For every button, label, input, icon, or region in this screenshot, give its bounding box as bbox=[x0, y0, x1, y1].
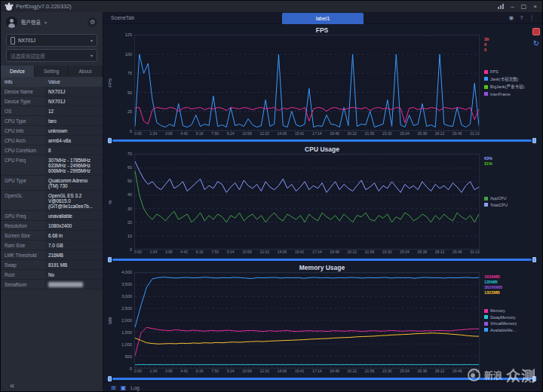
legend-item[interactable]: AppCPU bbox=[484, 196, 538, 201]
x-tick: 4:42 bbox=[180, 250, 188, 256]
more-icon[interactable]: ⋮ bbox=[529, 14, 535, 21]
value-cell: 1080x2400 bbox=[44, 221, 103, 231]
y-tick: 3,000 bbox=[121, 294, 132, 299]
avatar-icon[interactable] bbox=[6, 17, 17, 28]
legend-item[interactable]: AvailableMe... bbox=[484, 328, 538, 332]
x-tick: 3:08 bbox=[165, 369, 173, 375]
network-signal-icon[interactable] bbox=[498, 4, 504, 9]
scrollbar-track[interactable] bbox=[112, 259, 532, 261]
legend-item[interactable]: BigJank(严重卡顿) bbox=[484, 84, 538, 90]
y-tick: 50 bbox=[127, 90, 132, 95]
collapse-sidebar-button[interactable]: « bbox=[10, 381, 14, 390]
info-cell: Root bbox=[1, 270, 44, 280]
value-cell: Qualcomm Adreno (TM) 730 bbox=[44, 176, 103, 191]
grid-icon[interactable]: ⊞ bbox=[111, 384, 116, 391]
minimize-button[interactable]: – bbox=[511, 4, 514, 10]
table-row: Device NameNX701J bbox=[1, 87, 103, 96]
value-cell: 8191 MB bbox=[44, 260, 103, 270]
legend-label: SwapMemory bbox=[490, 315, 516, 320]
value-cell: taro bbox=[44, 116, 103, 126]
value-cell: 307MHz - 1785MHz 633MHz - 2496MHz 606MHz… bbox=[44, 155, 103, 176]
chart-plot-svg bbox=[135, 273, 479, 368]
legend-item[interactable]: InterFrame bbox=[484, 92, 538, 96]
device-select[interactable]: NX701J ▾ bbox=[6, 34, 97, 47]
legend-item[interactable]: FPS bbox=[484, 69, 538, 74]
value-cell: NX701J bbox=[44, 87, 103, 96]
legend-item[interactable]: TotalCPU bbox=[484, 203, 538, 207]
log-label[interactable]: Log bbox=[130, 385, 140, 390]
y-tick: 3,500 bbox=[121, 282, 132, 286]
x-tick: 14:06 bbox=[278, 250, 287, 256]
chart-plot[interactable] bbox=[134, 154, 480, 250]
record-stop-button[interactable] bbox=[532, 28, 540, 35]
phone-icon bbox=[11, 37, 15, 44]
chart-scrollbar[interactable] bbox=[108, 256, 536, 262]
chart-scrollbar[interactable] bbox=[108, 138, 536, 144]
device-info-table: Info Value Device NameNX701JDevice TypeN… bbox=[1, 77, 103, 289]
scrollbar-right-handle[interactable] bbox=[532, 257, 536, 262]
target-icon[interactable]: ◉ bbox=[509, 14, 514, 21]
tab-device[interactable]: Device bbox=[1, 66, 35, 77]
maximize-button[interactable]: ▢ bbox=[521, 4, 527, 10]
tab-setting[interactable]: Setting bbox=[35, 66, 69, 77]
value-cell: OpenGL ES 3.2 V@0615.0 (GIT@9e1ca0ee7b..… bbox=[44, 191, 103, 211]
scene-tab-label1[interactable]: label1 bbox=[282, 13, 364, 24]
chart-plot[interactable] bbox=[134, 272, 480, 369]
x-tick: 25:04 bbox=[400, 369, 410, 375]
chevron-down-icon: ▾ bbox=[44, 20, 47, 25]
help-icon[interactable]: ? bbox=[520, 14, 523, 21]
log-window-icon[interactable]: ▣ bbox=[121, 384, 127, 391]
legend-swatch-icon bbox=[484, 85, 488, 89]
sidebar-tabs: DeviceSettingAbout bbox=[1, 66, 103, 77]
value-cell: NX701J bbox=[44, 96, 103, 106]
y-tick: 20 bbox=[127, 220, 132, 225]
refresh-icon[interactable]: ↻ bbox=[533, 40, 539, 47]
legend-item[interactable]: Memory bbox=[484, 308, 538, 313]
y-axis-ticks: 4,0003,5003,0002,5002,0001,5001,0005000 bbox=[114, 270, 134, 371]
legend-label: AppCPU bbox=[490, 196, 506, 201]
x-tick: 26:38 bbox=[418, 369, 428, 375]
device-select-value: NX701J bbox=[18, 38, 35, 43]
table-row: CPU CoreNum8 bbox=[1, 145, 103, 155]
scrollbar-left-handle[interactable] bbox=[108, 138, 112, 143]
info-cell: CPU Arch bbox=[1, 136, 44, 145]
legend-item[interactable]: SwapMemory bbox=[484, 315, 538, 320]
y-tick: 60 bbox=[127, 165, 132, 170]
legend-label: AvailableMe... bbox=[490, 328, 516, 332]
app-select[interactable]: 请选择测试应用 ▾ bbox=[6, 49, 97, 62]
x-tick: 0:00 bbox=[134, 131, 142, 138]
value-cell: 216MB bbox=[44, 250, 103, 260]
x-tick: 12:32 bbox=[259, 250, 269, 256]
y-tick: 1,500 bbox=[121, 330, 132, 335]
tab-about[interactable]: About bbox=[69, 66, 103, 77]
perfdog-window: PerfDog(v7.0.220332) – ▢ × 账户信息 ▾ ⚙ NX70… bbox=[0, 0, 543, 392]
scrollbar-left-handle[interactable] bbox=[108, 257, 112, 262]
value-cell: unavailable bbox=[44, 211, 103, 221]
chart-legend: 63%31% AppCPUTotalCPU bbox=[480, 154, 538, 250]
y-tick: 75 bbox=[127, 71, 132, 75]
y-tick: 100 bbox=[125, 52, 132, 57]
x-tick: 6:16 bbox=[196, 131, 204, 138]
scrollbar-left-handle[interactable] bbox=[108, 376, 112, 381]
y-tick: 30 bbox=[127, 207, 132, 211]
legend-item[interactable]: VirtualMemory bbox=[484, 321, 538, 326]
settings-gear-button[interactable]: ⚙ bbox=[87, 17, 97, 27]
y-axis-label: FPS bbox=[106, 35, 114, 131]
x-tick: 31:13 bbox=[470, 131, 480, 138]
legend-swatch-icon bbox=[484, 197, 488, 201]
legend-swatch-icon bbox=[484, 315, 488, 319]
watermark-text-2: 众测 bbox=[506, 365, 536, 385]
current-values: 63%31% bbox=[484, 156, 492, 166]
info-cell: CPU Freq bbox=[1, 155, 44, 176]
y-axis-label: MB bbox=[106, 272, 114, 369]
scrollbar-track[interactable] bbox=[112, 139, 532, 142]
series-TotalCPU bbox=[135, 161, 479, 192]
legend-label: TotalCPU bbox=[490, 203, 508, 207]
legend-item[interactable]: Jank(卡顿次数) bbox=[484, 76, 538, 82]
legend-swatch-icon bbox=[484, 77, 488, 81]
x-tick: 15:41 bbox=[295, 131, 305, 138]
x-tick: 10:58 bbox=[242, 250, 252, 256]
scrollbar-right-handle[interactable] bbox=[532, 138, 536, 143]
chart-plot[interactable] bbox=[134, 35, 480, 131]
close-button[interactable]: × bbox=[533, 4, 537, 10]
